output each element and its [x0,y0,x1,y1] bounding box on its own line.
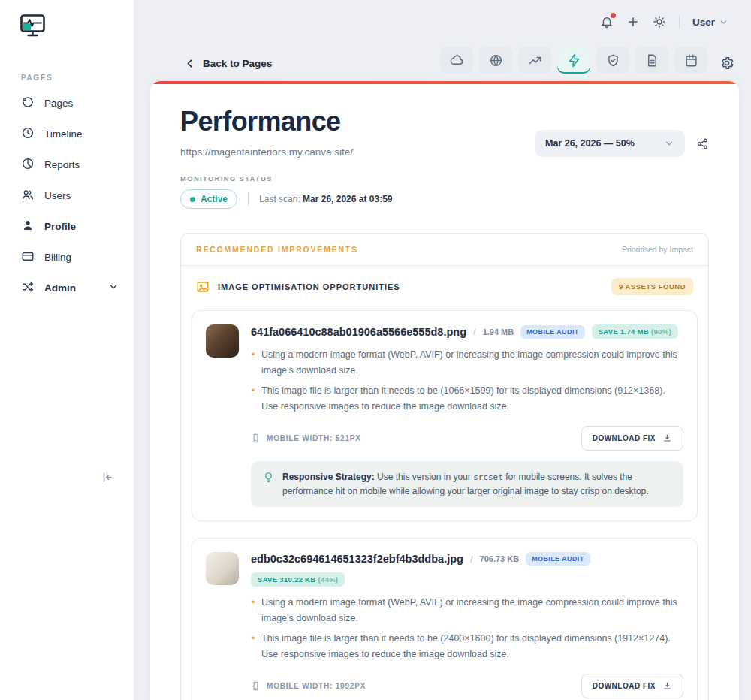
history-icon [21,95,35,111]
status-badge: Active [180,189,237,209]
chevron-down-icon [719,17,728,27]
user-menu[interactable]: User [692,17,728,28]
prioritised-note: Prioritised by Impact [622,245,693,254]
view-tabs [440,47,707,74]
asset-size: 1.94 MB [483,327,514,336]
sidebar-item-timeline[interactable]: Timeline [0,119,134,149]
status-divider [248,192,249,206]
sidebar-item-admin[interactable]: Admin [0,273,134,303]
mobile-audit-badge: MOBILE AUDIT [526,552,590,566]
meta-separator: / [470,554,473,565]
meta-separator: / [473,326,476,337]
asset-size: 706.73 KB [480,554,520,563]
page-header: Performance https://magentainteriors.my.… [180,101,709,209]
download-icon [662,681,672,691]
issue-list: Using a modern image format (WebP, AVIF)… [251,347,683,415]
chevron-down-icon [664,138,674,149]
sidebar-item-pages[interactable]: Pages [0,88,134,119]
issue-item: This image file is larger than it needs … [251,383,683,415]
sidebar-item-reports[interactable]: Reports [0,149,134,180]
issue-item: This image file is larger than it needs … [251,631,683,663]
asset-thumbnail [206,552,239,585]
clock-icon [21,126,35,142]
recommended-improvements-panel: RECOMMENDED IMPROVEMENTS Prioritised by … [180,233,709,700]
settings-gear-icon[interactable] [719,56,734,71]
section-title: IMAGE OPTIMISATION OPPORTUNITIES [218,282,400,291]
tab-globe[interactable] [479,47,512,74]
sidebar-item-billing[interactable]: Billing [0,242,134,273]
savings-badge: SAVE 310.22 KB(44%) [251,572,345,587]
issue-item: Using a modern image format (WebP, AVIF)… [251,347,683,379]
asset-card: 641fa066410c88ab01906a5566e555d8.png / 1… [192,310,698,521]
calendar-icon [684,53,698,68]
credit-card-icon [21,249,35,265]
tab-document[interactable] [635,47,668,74]
scan-date-selector[interactable]: Mar 26, 2026 — 50% [535,130,685,157]
download-fix-button[interactable]: DOWNLOAD FIX [581,426,683,451]
toolbar: Back to Pages [150,44,739,81]
lightning-icon [567,53,581,68]
performance-panel: Performance https://magentainteriors.my.… [150,81,739,700]
download-icon [662,433,672,443]
sidebar-item-label: Users [44,190,71,201]
responsive-strategy-callout: Responsive Strategy: Use this version in… [251,461,683,507]
tab-calendar[interactable] [674,47,707,74]
person-icon [21,219,35,234]
mobile-width-label: MOBILE WIDTH: 1092PX [251,681,366,691]
site-url: https://magentainteriors.my.canva.site/ [180,146,393,158]
sidebar-section-label: PAGES [21,74,134,82]
asset-card: edb0c32c694614651323f2ebf4b3ddba.jpg / 7… [192,538,698,700]
app-logo[interactable] [0,0,134,41]
status-dot [190,197,195,202]
savings-badge: SAVE 1.74 MB(90%) [592,324,678,339]
mobile-audit-badge: MOBILE AUDIT [520,325,584,339]
image-icon [196,280,210,294]
last-scan: Last scan: Mar 26, 2026 at 03:59 [259,194,392,204]
assets-found-badge: 9 ASSETS FOUND [611,278,693,295]
share-icon[interactable] [696,137,709,150]
main-area: User Back to Pages [134,0,751,700]
accent-top-line [150,81,739,84]
back-label: Back to Pages [203,58,272,69]
chevron-left-icon [185,58,196,69]
user-label: User [692,17,715,28]
tab-trend[interactable] [518,47,551,74]
topbar: User [150,0,739,44]
issue-list: Using a modern image format (WebP, AVIF)… [251,595,683,662]
tab-cloud[interactable] [440,47,473,74]
sidebar-item-label: Pages [44,98,73,109]
sidebar-item-users[interactable]: Users [0,180,134,211]
asset-filename: 641fa066410c88ab01906a5566e555d8.png [251,326,466,338]
mobile-width-label: MOBILE WIDTH: 521PX [251,433,361,443]
users-icon [21,188,35,204]
asset-filename: edb0c32c694614651323f2ebf4b3ddba.jpg [251,553,463,565]
notifications-bell-icon[interactable] [600,15,614,29]
sidebar: PAGES Pages Timeline Reports Users Profi… [0,0,134,700]
trend-icon [528,53,542,68]
monitoring-status-label: MONITORING STATUS [180,174,393,183]
sidebar-collapse-icon[interactable] [100,470,114,487]
status-row: Active Last scan: Mar 26, 2026 at 03:59 [180,189,393,209]
theme-sun-icon[interactable] [653,15,666,29]
sidebar-item-label: Timeline [44,128,83,140]
page-title: Performance [180,106,393,137]
sidebar-item-profile[interactable]: Profile [0,211,134,242]
shield-check-icon [606,53,620,68]
tab-performance[interactable] [557,47,590,74]
sidebar-item-label: Reports [44,159,80,170]
download-fix-button[interactable]: DOWNLOAD FIX [581,674,683,698]
chevron-down-icon [108,282,119,294]
cloud-icon [450,53,464,68]
notification-dot [611,13,616,18]
issue-item: Using a modern image format (WebP, AVIF)… [251,595,683,627]
asset-thumbnail [206,324,239,358]
phone-icon [251,433,261,443]
improvements-header: RECOMMENDED IMPROVEMENTS [196,245,358,254]
back-to-pages-button[interactable]: Back to Pages [185,58,272,74]
document-icon [645,53,659,68]
lightbulb-icon [263,472,274,483]
sidebar-item-label: Billing [44,252,71,263]
add-plus-icon[interactable] [626,15,640,29]
tab-shield[interactable] [596,47,629,74]
pie-chart-icon [21,157,35,173]
